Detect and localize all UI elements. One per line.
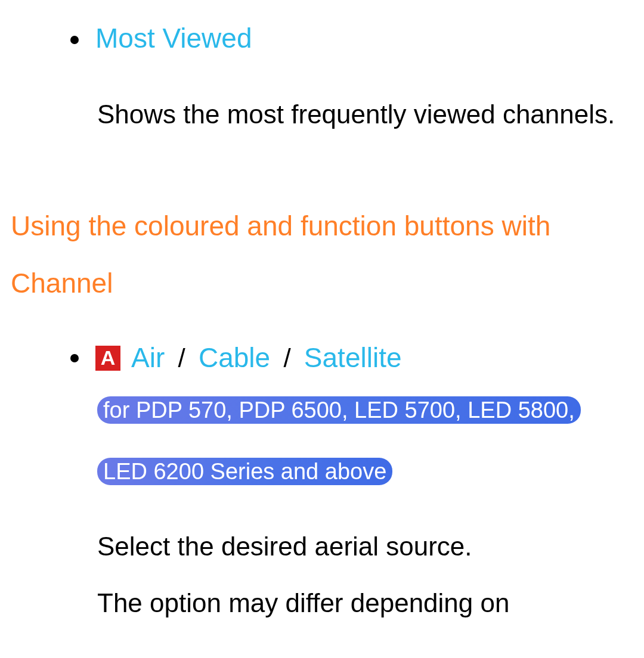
most-viewed-description: Shows the most frequently viewed channel… — [97, 86, 623, 144]
bullet-icon — [70, 36, 79, 44]
source-cable: Cable — [199, 342, 270, 373]
desc-line-1: Select the desired aerial source. — [97, 519, 623, 575]
most-viewed-title: Most Viewed — [95, 18, 252, 59]
source-satellite: Satellite — [304, 342, 402, 373]
desc-line-2: The option may differ depending on — [97, 575, 623, 632]
separator: / — [178, 343, 185, 373]
source-air: Air — [131, 342, 165, 373]
section-heading: Using the coloured and function buttons … — [11, 197, 623, 312]
a-button-icon: A — [95, 346, 120, 371]
bullet-item-air-cable-satellite: A Air / Cable / Satellite for PDP 570, P… — [70, 336, 623, 632]
bullet-icon — [70, 354, 79, 362]
series-compatibility-note: for PDP 570, PDP 6500, LED 5700, LED 580… — [97, 396, 581, 485]
separator: / — [283, 343, 290, 373]
bullet-item-most-viewed: Most Viewed Shows the most frequently vi… — [70, 18, 623, 144]
aerial-source-description: Select the desired aerial source. The op… — [97, 519, 623, 631]
